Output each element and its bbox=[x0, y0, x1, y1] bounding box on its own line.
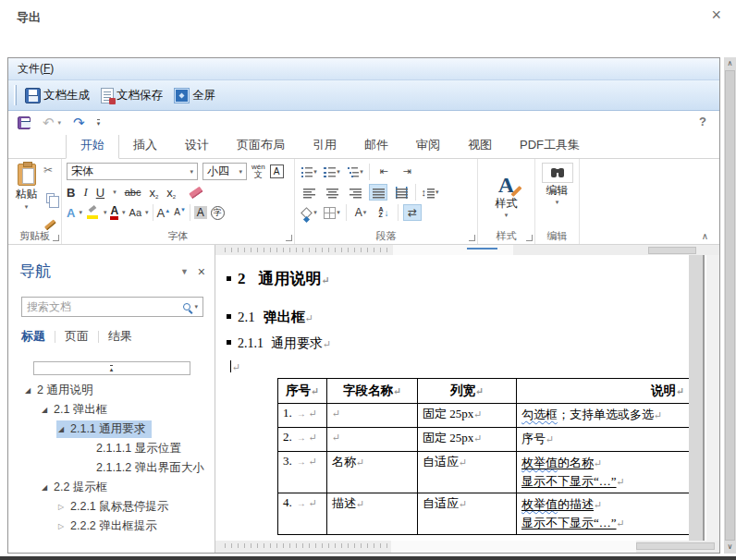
ribbon-tab-7[interactable]: 视图 bbox=[454, 133, 506, 158]
scroll-down-icon[interactable]: ∨ bbox=[724, 541, 736, 554]
nav-tab-0[interactable]: 标题 bbox=[21, 326, 45, 347]
enclose-characters-icon[interactable]: 字 bbox=[211, 206, 225, 220]
font-dialog-launcher-icon[interactable] bbox=[286, 235, 292, 241]
ribbon-tab-3[interactable]: 页面布局 bbox=[223, 133, 299, 158]
hscrollbar-strip[interactable] bbox=[8, 541, 719, 553]
ribbon-tab-2[interactable]: 设计 bbox=[171, 133, 223, 158]
tree-collapsed-icon[interactable]: ▷ bbox=[58, 522, 70, 530]
cut-icon[interactable]: ✂ bbox=[43, 164, 56, 176]
justify-icon[interactable] bbox=[369, 184, 387, 201]
asian-layout-icon[interactable]: A▾ bbox=[351, 204, 370, 221]
collapse-ribbon-icon[interactable]: ∧ bbox=[702, 231, 708, 241]
multilevel-list-icon[interactable]: ▾ bbox=[346, 164, 364, 180]
styles-button[interactable]: A 样式 ▾ bbox=[482, 162, 532, 231]
navigation-options-icon[interactable]: ▼ bbox=[180, 267, 189, 276]
italic-button[interactable]: I bbox=[83, 185, 87, 200]
line-spacing-icon[interactable]: ↕▾ bbox=[421, 184, 439, 201]
styles-dropdown-icon[interactable]: ▾ bbox=[505, 212, 509, 219]
increase-indent-icon[interactable]: ⇥ bbox=[398, 164, 416, 180]
ribbon-tab-1[interactable]: 插入 bbox=[119, 133, 171, 158]
phonetic-guide-icon[interactable]: wén文 bbox=[251, 164, 265, 179]
grow-font-button[interactable]: A▲ bbox=[157, 206, 171, 220]
clear-formatting-icon[interactable] bbox=[189, 186, 202, 199]
tree-expanded-icon[interactable]: ◢ bbox=[58, 425, 70, 433]
decrease-indent-icon[interactable]: ⇤ bbox=[374, 164, 393, 180]
shading-icon[interactable]: ▾ bbox=[300, 204, 318, 221]
tree-expanded-icon[interactable]: ◢ bbox=[42, 483, 54, 492]
text-effects-button[interactable]: A bbox=[67, 206, 75, 220]
dialog-scrollbar[interactable]: ∧ ∨ bbox=[724, 57, 736, 554]
scrollbar-thumb[interactable] bbox=[725, 70, 735, 541]
editing-dropdown-icon[interactable]: ▾ bbox=[556, 199, 559, 206]
strikethrough-button[interactable]: abc bbox=[125, 187, 141, 198]
scroll-up-icon[interactable]: ∧ bbox=[724, 57, 736, 70]
search-input[interactable] bbox=[27, 300, 179, 313]
hscrollbar-thumb[interactable] bbox=[636, 542, 715, 550]
highlight-color-icon[interactable] bbox=[86, 207, 100, 219]
clipboard-dialog-launcher-icon[interactable] bbox=[53, 235, 59, 241]
font-size-combo[interactable]: 小四▾ bbox=[202, 163, 247, 180]
file-menu[interactable]: 文件(F) bbox=[18, 61, 54, 77]
save-icon[interactable] bbox=[18, 116, 31, 129]
undo-icon[interactable]: ↶ bbox=[43, 115, 55, 131]
subscript-button[interactable]: x2 bbox=[149, 186, 158, 200]
nav-tab-2[interactable]: 结果 bbox=[108, 326, 132, 347]
tree-expanded-icon[interactable]: ◢ bbox=[25, 386, 37, 395]
align-right-icon[interactable] bbox=[346, 184, 364, 201]
font-name-combo[interactable]: 宋体▾ bbox=[67, 163, 198, 180]
shrink-font-button[interactable]: A▼ bbox=[174, 207, 186, 217]
search-box[interactable]: ▾ bbox=[21, 297, 203, 317]
underline-dropdown-icon[interactable]: ▾ bbox=[113, 189, 117, 196]
redo-icon[interactable]: ↷ bbox=[73, 115, 85, 131]
nav-tab-1[interactable]: 页面 bbox=[65, 326, 89, 347]
paste-button[interactable]: 粘贴 ▾ bbox=[11, 162, 42, 231]
generate-document-button[interactable]: 文档生成 bbox=[22, 86, 92, 105]
customize-qat-icon[interactable]: ▾ bbox=[97, 119, 101, 127]
tree-collapsed-icon[interactable]: ▷ bbox=[58, 503, 70, 511]
tree-expanded-icon[interactable]: ◢ bbox=[42, 406, 54, 414]
nav-scroll-top-button[interactable]: ▴ bbox=[33, 361, 190, 375]
copy-icon[interactable] bbox=[46, 193, 55, 203]
tree-item-6[interactable]: ▷2.2.1 鼠标悬停提示 bbox=[8, 497, 215, 517]
ribbon-tab-4[interactable]: 引用 bbox=[299, 133, 350, 158]
tree-item-5[interactable]: ◢2.2 提示框 bbox=[8, 478, 215, 497]
character-shading-button[interactable]: A bbox=[194, 206, 207, 219]
help-icon[interactable]: ? bbox=[699, 115, 706, 128]
font-color-button[interactable]: A bbox=[110, 205, 118, 220]
tree-item-0[interactable]: ◢2 通用说明 bbox=[8, 381, 215, 400]
document-vscrollbar[interactable] bbox=[689, 255, 705, 541]
underline-button[interactable]: U bbox=[96, 186, 104, 200]
document-page[interactable]: 2通用说明↵ 2.1弹出框↵ 2.1.1通用要求↵ ↵ 序号↵字段名称↵列宽↵说… bbox=[215, 255, 689, 541]
styles-dialog-launcher-icon[interactable] bbox=[526, 235, 533, 241]
numbering-icon[interactable]: ▾ bbox=[323, 164, 341, 180]
bullets-icon[interactable]: ▾ bbox=[300, 164, 318, 180]
change-case-button[interactable]: Aa bbox=[129, 207, 141, 218]
distribute-icon[interactable] bbox=[392, 184, 411, 201]
ribbon-tab-0[interactable]: 开始 bbox=[66, 132, 119, 159]
character-border-icon[interactable]: A bbox=[270, 164, 284, 178]
ribbon-tab-8[interactable]: PDF工具集 bbox=[506, 133, 594, 158]
tree-item-1[interactable]: ◢2.1 弹出框 bbox=[8, 400, 215, 420]
tree-item-2[interactable]: ◢2.1.1 通用要求 bbox=[8, 420, 215, 439]
align-left-icon[interactable] bbox=[300, 184, 318, 201]
paragraph-dialog-launcher-icon[interactable] bbox=[469, 235, 475, 241]
close-icon[interactable]: × bbox=[711, 6, 721, 25]
editing-button[interactable]: 编辑 ▾ bbox=[542, 162, 573, 231]
show-hide-marks-icon[interactable]: ⇄ bbox=[403, 204, 422, 221]
tree-item-4[interactable]: 2.1.1.2 弹出界面大小 bbox=[8, 458, 215, 478]
sort-icon[interactable]: AZ↓ bbox=[374, 204, 393, 221]
save-document-button[interactable]: 文档保存 bbox=[98, 86, 166, 105]
tree-item-3[interactable]: 2.1.1.1 显示位置 bbox=[8, 439, 215, 458]
bold-button[interactable]: B bbox=[67, 186, 75, 200]
search-icon[interactable] bbox=[183, 303, 190, 310]
borders-icon[interactable]: ▾ bbox=[323, 204, 341, 221]
navigation-close-icon[interactable]: × bbox=[198, 264, 205, 279]
undo-dropdown-icon[interactable]: ▾ bbox=[58, 119, 62, 127]
superscript-button[interactable]: x2 bbox=[166, 186, 176, 200]
fullscreen-button[interactable]: 全屏 bbox=[171, 86, 218, 105]
search-dropdown-icon[interactable]: ▾ bbox=[194, 303, 198, 310]
paste-dropdown-icon[interactable]: ▾ bbox=[25, 203, 29, 211]
ribbon-tab-6[interactable]: 审阅 bbox=[402, 133, 454, 158]
align-center-icon[interactable] bbox=[323, 184, 341, 201]
tree-item-7[interactable]: ▷2.2.2 弹出框提示 bbox=[8, 517, 215, 536]
